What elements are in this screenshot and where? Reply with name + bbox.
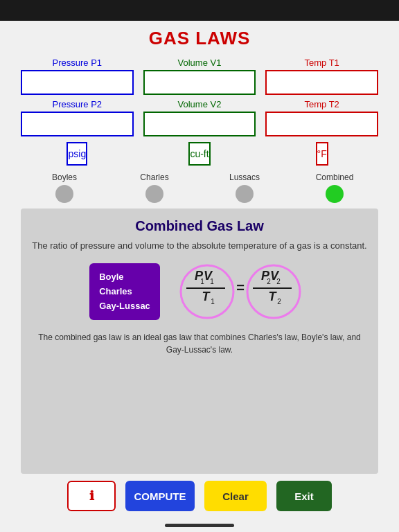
temp-unit-button[interactable]: °F [316, 142, 328, 166]
purple-line-1: Boyle [99, 270, 150, 285]
radio-boyles-label: Boyles [52, 172, 77, 182]
volume-v2-group: Volume V2 [143, 99, 256, 136]
volume-v2-label: Volume V2 [178, 99, 222, 109]
svg-text:=: = [236, 280, 245, 295]
info-button[interactable]: ℹ [67, 481, 116, 511]
temp-t2-group: Temp T2 [265, 99, 378, 136]
radio-combined-group: Combined [291, 172, 378, 203]
temp-t1-label: Temp T1 [304, 57, 339, 68]
purple-line-3: Gay-Lussac [99, 299, 150, 314]
radio-charles-circle[interactable] [145, 185, 163, 203]
svg-text:2: 2 [267, 278, 271, 285]
unit-row: psig cu-ft °F [21, 142, 378, 166]
volume-v1-group: Volume V1 [143, 57, 256, 95]
info-panel: Combined Gas Law The ratio of pressure a… [21, 209, 378, 474]
radio-charles-group: Charles [111, 172, 198, 203]
exit-button[interactable]: Exit [276, 481, 332, 511]
svg-text:2: 2 [276, 278, 281, 285]
radio-boyles-circle[interactable] [55, 185, 73, 203]
radio-boyles-group: Boyles [21, 172, 108, 203]
pressure-p1-input[interactable] [21, 70, 134, 95]
formula-svg: P V 1 1 T 1 = P V 2 2 T 2 [171, 260, 310, 323]
svg-text:T: T [268, 290, 277, 303]
formula-row: Boyle Charles Gay-Lussac P V 1 1 T [89, 260, 310, 323]
temp-t1-group: Temp T1 [265, 57, 378, 95]
pressure-p1-group: Pressure P1 [21, 57, 134, 95]
svg-text:1: 1 [211, 298, 215, 305]
top-bar [0, 0, 399, 21]
clear-button[interactable]: Clear [204, 481, 267, 511]
home-indicator [165, 524, 234, 527]
pressure-unit-button[interactable]: psig [66, 142, 87, 166]
volume-v1-input[interactable] [143, 70, 256, 95]
compute-button[interactable]: COMPUTE [125, 481, 195, 511]
info-panel-title: Combined Gas Law [135, 218, 264, 234]
info-icon: ℹ [89, 488, 94, 504]
info-panel-subtitle: The ratio of pressure and volume to the … [32, 240, 366, 252]
purple-line-2: Charles [99, 285, 150, 299]
pressure-p2-label: Pressure P2 [53, 99, 103, 109]
info-panel-footer: The combined gas law is an ideal gas law… [32, 331, 367, 356]
pressure-p2-group: Pressure P2 [21, 99, 134, 136]
svg-text:2: 2 [277, 298, 281, 305]
page-title: GAS LAWS [149, 28, 251, 49]
fields-grid: Pressure P1 Volume V1 Temp T1 Pressure P… [21, 57, 378, 136]
volume-unit-button[interactable]: cu-ft [188, 142, 210, 166]
radio-lussacs-label: Lussacs [229, 172, 260, 182]
purple-laws-box: Boyle Charles Gay-Lussac [89, 263, 160, 320]
bottom-bar: ℹ COMPUTE Clear Exit [0, 474, 399, 518]
radio-lussacs-group: Lussacs [201, 172, 288, 203]
radio-row: Boyles Charles Lussacs Combined [21, 172, 378, 203]
svg-text:T: T [202, 290, 211, 303]
svg-text:1: 1 [200, 278, 204, 285]
pressure-p2-input[interactable] [21, 112, 134, 136]
volume-v1-label: Volume V1 [178, 57, 222, 68]
temp-t2-label: Temp T2 [304, 99, 339, 109]
radio-combined-label: Combined [316, 172, 354, 182]
bottom-indicator [0, 518, 399, 532]
pressure-p1-label: Pressure P1 [53, 57, 103, 68]
svg-text:1: 1 [210, 278, 214, 285]
radio-combined-circle[interactable] [326, 185, 344, 203]
radio-lussacs-circle[interactable] [236, 185, 254, 203]
temp-t1-input[interactable] [265, 70, 378, 95]
radio-charles-label: Charles [140, 172, 168, 182]
app-container: GAS LAWS Pressure P1 Volume V1 Temp T1 P… [0, 21, 399, 474]
volume-v2-input[interactable] [143, 112, 256, 136]
temp-t2-input[interactable] [265, 112, 378, 136]
